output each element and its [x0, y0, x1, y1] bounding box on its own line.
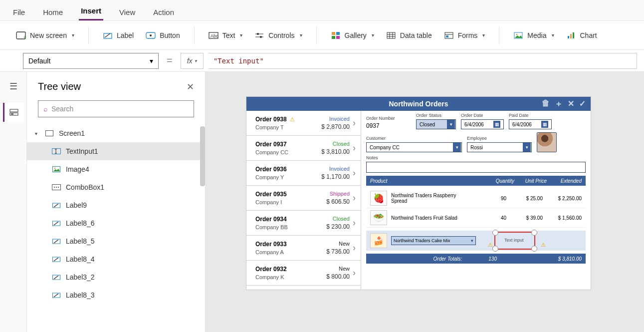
left-rail: ☰: [0, 72, 27, 332]
search-icon: ⌕: [43, 105, 47, 113]
insert-label-button[interactable]: Label: [99, 27, 138, 43]
order-status: Closed: [333, 141, 350, 147]
insert-media-button[interactable]: Media ▾: [509, 27, 558, 43]
order-gallery-item[interactable]: Order 0936 Company Y Invoiced $ 1,170.00…: [246, 161, 361, 186]
label-icon: [52, 274, 61, 281]
insert-controls-button[interactable]: Controls ▾: [250, 27, 306, 43]
fx-button[interactable]: fx▾: [181, 53, 204, 69]
order-gallery-item[interactable]: Order 0933 Company A New $ 736.00 ›: [246, 236, 361, 261]
tree-item[interactable]: Label8_4: [27, 250, 205, 268]
tree-item-label: Label8_3: [66, 291, 95, 299]
order-date-picker[interactable]: 6/4/2006▦: [461, 119, 504, 129]
tree-root-screen[interactable]: ▾ Screen1: [27, 124, 205, 142]
tree: ▾ Screen1 TextInput1Image4ComboBox1Label…: [27, 124, 205, 332]
insert-chart-label: Chart: [580, 31, 597, 39]
menu-bar: File Home Insert View Action: [0, 0, 644, 21]
svg-text:Abc: Abc: [211, 33, 218, 38]
order-status-dropdown[interactable]: Closed▾: [416, 119, 456, 129]
menu-view[interactable]: View: [117, 4, 137, 20]
chart-icon: [566, 30, 576, 40]
button-icon: [146, 30, 156, 40]
insert-chart-button[interactable]: Chart: [562, 27, 601, 43]
tree-item[interactable]: Label8_5: [27, 232, 205, 250]
employee-dropdown[interactable]: Rossi▾: [467, 142, 532, 152]
order-company: Company K: [255, 274, 287, 280]
app-title: Northwind Orders: [389, 100, 448, 108]
controls-icon: [254, 30, 264, 40]
insert-gallery-button[interactable]: Gallery ▾: [327, 27, 378, 43]
order-company: Company I: [255, 199, 287, 205]
svg-rect-31: [46, 131, 53, 136]
warning-icon: ⚠: [488, 242, 493, 248]
calendar-icon: ▦: [541, 121, 548, 128]
order-number: Order 0937: [255, 141, 287, 148]
order-status: Closed: [333, 216, 350, 222]
order-gallery-item[interactable]: Order 0932 Company K New $ 800.00 ›: [246, 261, 361, 286]
insert-datatable-label: Data table: [400, 31, 432, 39]
tree-item[interactable]: Label8_3: [27, 286, 205, 304]
order-company: Company Y: [255, 174, 287, 180]
product-combobox[interactable]: Northwind Traders Cake Mix▾: [391, 236, 476, 245]
textinput-selection[interactable]: Text input: [494, 232, 535, 250]
tree-item-label: Label8_4: [66, 255, 95, 263]
hamburger-icon[interactable]: ☰: [3, 77, 24, 96]
menu-file[interactable]: File: [11, 4, 27, 20]
chevron-down-icon: ▾: [447, 120, 455, 129]
cancel-icon[interactable]: ✕: [568, 99, 574, 109]
menu-home[interactable]: Home: [41, 4, 65, 20]
check-icon[interactable]: ✓: [579, 99, 586, 109]
insert-button-button[interactable]: Button: [142, 27, 184, 43]
search-input[interactable]: ⌕ Search: [38, 100, 194, 117]
svg-point-40: [56, 187, 57, 188]
svg-point-10: [260, 36, 262, 38]
tree-item[interactable]: Image4: [27, 160, 205, 178]
tree-item[interactable]: Label3_2: [27, 268, 205, 286]
svg-point-8: [257, 33, 259, 35]
order-amount: $ 2,870.00: [321, 123, 350, 130]
trash-icon[interactable]: 🗑: [542, 99, 550, 109]
plus-icon[interactable]: ＋: [555, 99, 563, 109]
order-gallery[interactable]: Order 0938⚠ Company T Invoiced $ 2,870.0…: [246, 111, 361, 290]
insert-forms-label: Forms: [458, 31, 478, 39]
order-gallery-item[interactable]: Order 0938⚠ Company T Invoiced $ 2,870.0…: [246, 111, 361, 136]
product-image: 🍓: [370, 191, 387, 206]
menu-insert[interactable]: Insert: [79, 2, 103, 20]
order-company: Company BB: [255, 224, 288, 230]
order-gallery-item[interactable]: Order 0934 Company BB Closed $ 230.00 ›: [246, 211, 361, 236]
combobox-icon: [52, 184, 61, 191]
tree-item[interactable]: TextInput1: [27, 142, 205, 160]
product-row[interactable]: 🥗 Northwind Traders Fruit Salad 40 $ 39.…: [366, 208, 586, 228]
svg-point-39: [54, 187, 55, 188]
insert-text-button[interactable]: Abc Text ▾: [205, 27, 247, 43]
field-label: Employee: [467, 136, 532, 141]
customer-dropdown[interactable]: Company CC▾: [366, 142, 462, 152]
new-screen-label: New screen: [30, 31, 67, 39]
canvas[interactable]: Northwind Orders 🗑 ＋ ✕ ✓ Order 0938⚠ Com…: [206, 72, 644, 332]
tree-view-icon[interactable]: [3, 103, 24, 122]
tree-item-label: Label8_6: [66, 219, 95, 227]
tree-item[interactable]: Label9: [27, 196, 205, 214]
order-gallery-item[interactable]: Order 0935 Company I Shipped $ 606.50 ›: [246, 186, 361, 211]
equals-sign: =: [164, 55, 176, 66]
ribbon-separator: [88, 26, 89, 44]
scrollbar[interactable]: [200, 126, 205, 186]
insert-forms-button[interactable]: Forms ▾: [440, 27, 489, 43]
insert-datatable-button[interactable]: Data table: [382, 27, 436, 43]
notes-input[interactable]: [366, 162, 586, 173]
tree-item-label: TextInput1: [66, 147, 98, 155]
order-gallery-item[interactable]: Order 0937 Company CC Closed $ 3,810.00 …: [246, 136, 361, 161]
new-product-row: 🍰 Northwind Traders Cake Mix▾ Text input…: [366, 231, 586, 251]
paid-date-picker[interactable]: 6/4/2006▦: [509, 119, 552, 129]
product-row[interactable]: 🍓 Northwind Traders Raspberry Spread 90 …: [366, 189, 586, 208]
label-icon: [52, 202, 61, 209]
tree-item[interactable]: ComboBox1: [27, 178, 205, 196]
tree-item[interactable]: Label8_6: [27, 214, 205, 232]
order-number-value: 0937: [366, 122, 411, 129]
menu-action[interactable]: Action: [151, 4, 176, 20]
new-screen-button[interactable]: + New screen ▾: [12, 27, 78, 43]
property-selector[interactable]: Default ▾: [23, 53, 159, 69]
chevron-down-icon: ▾: [453, 143, 461, 152]
chevron-right-icon: ›: [353, 218, 356, 228]
formula-input[interactable]: "Text input": [209, 53, 637, 69]
close-icon[interactable]: ✕: [187, 81, 194, 92]
